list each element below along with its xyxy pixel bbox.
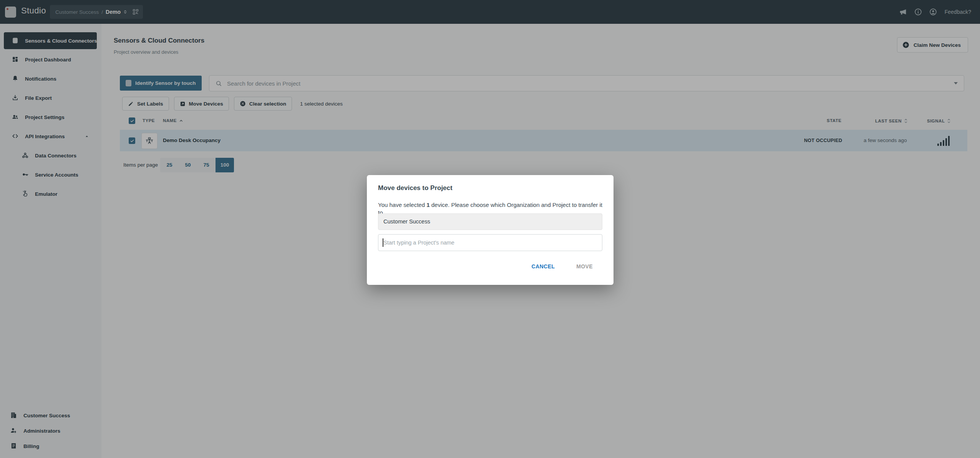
dialog-actions: CANCEL MOVE <box>531 263 593 270</box>
dialog-title: Move devices to Project <box>378 184 453 192</box>
text-cursor <box>383 238 383 247</box>
selected-device-count: 1 <box>426 202 429 208</box>
move-button[interactable]: MOVE <box>576 263 593 270</box>
cancel-button[interactable]: CANCEL <box>531 263 555 270</box>
project-name-field-wrap <box>378 234 602 251</box>
project-name-input[interactable] <box>378 234 602 251</box>
organization-select[interactable]: Customer Success <box>378 213 602 230</box>
move-devices-dialog: Move devices to Project You have selecte… <box>367 175 614 285</box>
